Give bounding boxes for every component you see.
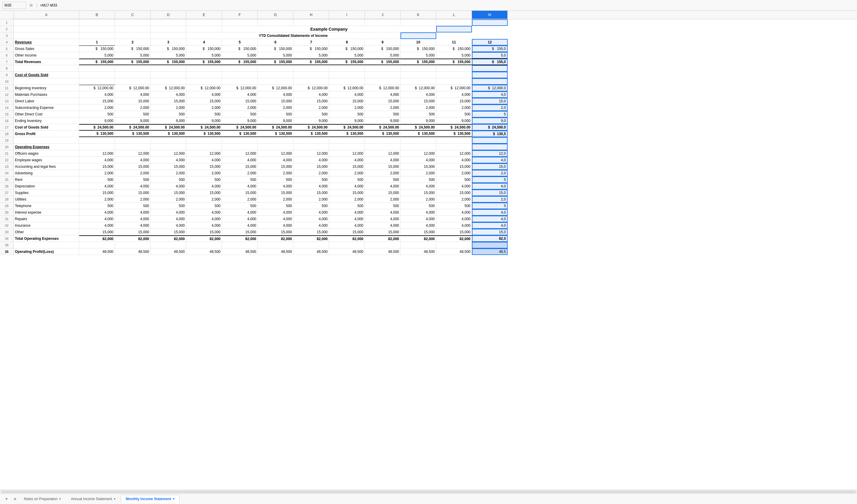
cell-a2[interactable] [14, 26, 79, 32]
cell-d1[interactable] [151, 19, 186, 26]
cell-e7[interactable]: $ 155,000 [186, 58, 222, 65]
cell-e5[interactable]: $ 150,000 [186, 46, 222, 52]
cell-m5[interactable]: $ 150,0 [472, 46, 508, 52]
col-header-e[interactable]: E [186, 11, 222, 19]
cell-d11[interactable]: $ 12,000.00 [151, 85, 186, 91]
cell-i1[interactable] [329, 19, 365, 26]
cell-f1[interactable] [222, 19, 258, 26]
cell-h5[interactable]: $ 150,000 [293, 46, 329, 52]
formula-input[interactable] [40, 2, 855, 9]
cell-c3[interactable] [115, 32, 151, 39]
cell-a9-cogs[interactable]: Cost of Goods Sold [14, 72, 79, 78]
cell-a32[interactable]: Insurance [14, 222, 79, 229]
cell-m6[interactable]: 5,0 [472, 52, 508, 58]
cell-e1[interactable] [186, 19, 222, 26]
cell-b7[interactable]: $ 155,000 [79, 58, 115, 65]
cell-h1[interactable] [293, 19, 329, 26]
col-header-b[interactable]: B [79, 11, 115, 19]
col-header-l[interactable]: L [436, 11, 472, 19]
col-header-i[interactable]: I [329, 11, 365, 19]
cell-k4[interactable]: 10 [401, 39, 436, 46]
cell-a12[interactable]: Materials Purchases [14, 91, 79, 98]
cell-m1[interactable] [472, 19, 508, 26]
cell-a17[interactable]: Cost of Goods Sold [14, 124, 79, 131]
cell-g1[interactable] [258, 19, 293, 26]
cell-b3[interactable] [79, 32, 115, 39]
cell-c5[interactable]: $ 150,000 [115, 46, 151, 52]
sheet-menu-button[interactable]: ≡ [11, 495, 19, 503]
cell-a14[interactable]: Subcontracting Expense [14, 104, 79, 111]
cell-k5[interactable]: $ 150,000 [401, 46, 436, 52]
cell-j1[interactable] [365, 19, 401, 26]
cell-k6[interactable]: 5,000 [401, 52, 436, 58]
cell-d5[interactable]: $ 150,000 [151, 46, 186, 52]
cell-a5[interactable]: Gross Sales [14, 46, 79, 52]
col-header-h[interactable]: H [293, 11, 329, 19]
cell-f11[interactable]: $ 12,000.00 [222, 85, 258, 91]
cell-f7[interactable]: $ 155,000 [222, 58, 258, 65]
cell-m4[interactable]: 12 [472, 39, 508, 46]
cell-d6[interactable]: 5,000 [151, 52, 186, 58]
cell-l5[interactable]: $ 150,000 [436, 46, 472, 52]
cell-h7[interactable]: $ 155,000 [293, 58, 329, 65]
cell-j4[interactable]: 9 [365, 39, 401, 46]
tab-annual[interactable]: Annual Income Statement ▾ [66, 495, 120, 503]
cell-a15[interactable]: Other Direct Cost [14, 111, 79, 118]
cell-l1[interactable] [436, 19, 472, 26]
cell-a3[interactable] [14, 32, 79, 39]
col-header-d[interactable]: D [151, 11, 186, 19]
cell-a25[interactable]: Rent [14, 177, 79, 183]
cell-a4-revenues[interactable]: Revenues [14, 39, 79, 46]
cell-a7[interactable]: Total Revenues [14, 58, 79, 65]
cell-i6[interactable]: 5,000 [329, 52, 365, 58]
cell-k11[interactable]: $ 12,000.00 [401, 85, 436, 91]
col-header-g[interactable]: G [258, 11, 293, 19]
cell-f6[interactable]: 5,000 [222, 52, 258, 58]
cell-c11[interactable]: $ 12,000.00 [115, 85, 151, 91]
cell-e6[interactable]: 5,000 [186, 52, 222, 58]
cell-j5[interactable]: $ 150,000 [365, 46, 401, 52]
cell-e2[interactable] [186, 26, 222, 32]
cell-b11[interactable]: $ 12,000.00 [79, 85, 115, 91]
cell-l4[interactable]: 11 [436, 39, 472, 46]
cell-g5[interactable]: $ 150,000 [258, 46, 293, 52]
cell-b2[interactable] [79, 26, 115, 32]
cell-a28[interactable]: Utilities [14, 196, 79, 203]
cell-a23[interactable]: Accounting and legal fees [14, 163, 79, 170]
cell-i4[interactable]: 8 [329, 39, 365, 46]
cell-j6[interactable]: 5,000 [365, 52, 401, 58]
cell-i5[interactable]: $ 150,000 [329, 46, 365, 52]
cell-h4[interactable]: 7 [293, 39, 329, 46]
cell-k1[interactable] [401, 19, 436, 26]
cell-l6[interactable]: 5,000 [436, 52, 472, 58]
cell-b5[interactable]: $ 150,000 [79, 46, 115, 52]
cell-m7[interactable]: $ 155,0 [472, 58, 508, 65]
cell-a11[interactable]: Beginning Inventory [14, 85, 79, 91]
cell-a31[interactable]: Repairs [14, 216, 79, 222]
col-header-a[interactable]: A [14, 11, 79, 19]
cell-g7[interactable]: $ 155,000 [258, 58, 293, 65]
cell-b1[interactable] [79, 19, 115, 26]
cell-a22[interactable]: Employee wages [14, 157, 79, 163]
cell-d4[interactable]: 3 [151, 39, 186, 46]
col-header-m[interactable]: M [472, 11, 508, 19]
cell-a26[interactable]: Depreciation [14, 183, 79, 189]
tab-monthly[interactable]: Monthly Income Statement ▾ [121, 495, 180, 503]
cell-c4[interactable]: 2 [115, 39, 151, 46]
cell-a1[interactable] [14, 19, 79, 26]
cell-i7[interactable]: $ 155,000 [329, 58, 365, 65]
cell-a6[interactable]: Other Income [14, 52, 79, 58]
cell-b4[interactable]: 1 [79, 39, 115, 46]
cell-l7[interactable]: $ 155,000 [436, 58, 472, 65]
cell-c6[interactable]: 5,000 [115, 52, 151, 58]
horizontal-scrollbar[interactable] [0, 490, 857, 493]
cell-reference-box[interactable]: M35 [2, 2, 26, 9]
col-header-k[interactable]: K [401, 11, 436, 19]
cell-a24[interactable]: Advertising [14, 170, 79, 177]
cell-g4[interactable]: 6 [258, 39, 293, 46]
cell-a16[interactable]: Ending Inventory [14, 118, 79, 124]
cell-f5[interactable]: $ 150,000 [222, 46, 258, 52]
col-header-f[interactable]: F [222, 11, 258, 19]
cell-b6[interactable]: 5,000 [79, 52, 115, 58]
cell-a18[interactable]: Gross Profit [14, 131, 79, 137]
